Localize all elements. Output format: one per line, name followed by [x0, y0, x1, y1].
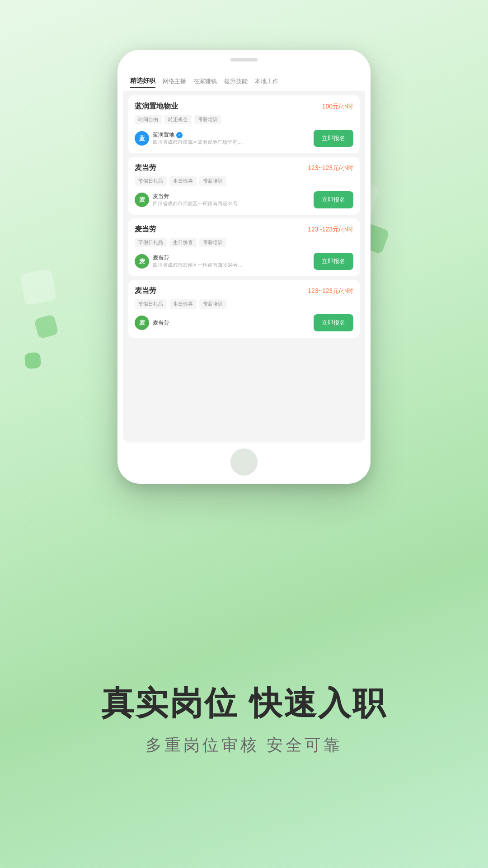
- tag-2-3: 带薪培训: [199, 176, 226, 186]
- job-footer-1: 蓝 蓝润置地 ✓ 四川省成都市双流区蓝润置地广场华府大… 立即报名: [135, 130, 353, 147]
- job-salary-4: 123~123元/小时: [308, 287, 353, 295]
- company-details-4: 麦当劳: [153, 319, 314, 327]
- job-footer-2: 麦 麦当劳 四川省成都市武侯区一环路南四段34号成… 立即报名: [135, 191, 353, 208]
- tag-4-2: 生日惊喜: [169, 299, 197, 309]
- job-salary-2: 123~123元/小时: [308, 164, 353, 172]
- company-name-row-2: 麦当劳: [153, 193, 314, 200]
- company-name-row-4: 麦当劳: [153, 319, 314, 327]
- company-avatar-3: 麦: [135, 254, 149, 269]
- company-name-row-1: 蓝润置地 ✓: [153, 131, 314, 139]
- job-salary-1: 100元/小时: [322, 103, 353, 111]
- company-avatar-4: 麦: [135, 316, 149, 330]
- company-avatar-1: 蓝: [135, 131, 149, 146]
- tag-2-2: 生日惊喜: [169, 176, 197, 186]
- job-salary-3: 123~123元/小时: [308, 226, 353, 234]
- apply-btn-2[interactable]: 立即报名: [314, 191, 353, 208]
- job-title-1: 蓝润置地物业: [135, 102, 178, 111]
- company-details-3: 麦当劳 四川省成都市武侯区一环路南四段34号成…: [153, 254, 314, 269]
- company-info-1: 蓝 蓝润置地 ✓ 四川省成都市双流区蓝润置地广场华府大…: [135, 131, 314, 146]
- company-details-1: 蓝润置地 ✓ 四川省成都市双流区蓝润置地广场华府大…: [153, 131, 314, 146]
- company-name-4: 麦当劳: [153, 319, 169, 327]
- job-header-1: 蓝润置地物业 100元/小时: [135, 102, 353, 111]
- tag-2-1: 节假日礼品: [135, 176, 167, 186]
- company-avatar-2: 麦: [135, 193, 149, 207]
- tab-local-work[interactable]: 本地工作: [255, 77, 278, 87]
- phone-container: 精选好职 网络主播 在家赚钱 提升技能 本地工作 蓝润置地物业 100元/小时 …: [117, 50, 371, 484]
- company-info-4: 麦 麦当劳: [135, 316, 314, 330]
- phone-home-button: [230, 448, 258, 476]
- company-address-1: 四川省成都市双流区蓝润置地广场华府大…: [153, 139, 243, 146]
- company-info-3: 麦 麦当劳 四川省成都市武侯区一环路南四段34号成…: [135, 254, 314, 269]
- job-card-1: 蓝润置地物业 100元/小时 时间自由 转正机会 带薪培训 蓝: [128, 95, 360, 153]
- bottom-section: 真实岗位 快速入职 多重岗位审核 安全可靠: [0, 542, 488, 868]
- company-details-2: 麦当劳 四川省成都市武侯区一环路南四段34号成…: [153, 193, 314, 207]
- apply-btn-1[interactable]: 立即报名: [314, 130, 353, 147]
- job-card-4: 麦当劳 123~123元/小时 节假日礼品 生日惊喜 带薪培训 麦: [128, 280, 360, 338]
- bg-decoration-5: [34, 314, 59, 339]
- job-title-2: 麦当劳: [135, 163, 156, 173]
- phone-screen: 精选好职 网络主播 在家赚钱 提升技能 本地工作 蓝润置地物业 100元/小时 …: [123, 71, 365, 443]
- phone-mockup: 精选好职 网络主播 在家赚钱 提升技能 本地工作 蓝润置地物业 100元/小时 …: [117, 50, 371, 484]
- tag-4-1: 节假日礼品: [135, 299, 167, 309]
- job-list: 蓝润置地物业 100元/小时 时间自由 转正机会 带薪培训 蓝: [123, 92, 365, 441]
- company-info-2: 麦 麦当劳 四川省成都市武侯区一环路南四段34号成…: [135, 193, 314, 207]
- job-tags-4: 节假日礼品 生日惊喜 带薪培训: [135, 299, 353, 309]
- job-card-2: 麦当劳 123~123元/小时 节假日礼品 生日惊喜 带薪培训 麦: [128, 157, 360, 215]
- apply-btn-4[interactable]: 立即报名: [314, 314, 353, 331]
- job-tags-3: 节假日礼品 生日惊喜 带薪培训: [135, 238, 353, 247]
- tag-1-1: 时间自由: [135, 115, 162, 124]
- tab-skills[interactable]: 提升技能: [224, 77, 248, 87]
- job-title-4: 麦当劳: [135, 286, 156, 296]
- company-address-3: 四川省成都市武侯区一环路南四段34号成…: [153, 262, 243, 269]
- tab-selected-jobs[interactable]: 精选好职: [130, 77, 155, 88]
- tag-4-3: 带薪培训: [199, 299, 226, 309]
- bg-decoration-4: [20, 269, 56, 305]
- job-header-4: 麦当劳 123~123元/小时: [135, 286, 353, 296]
- job-footer-3: 麦 麦当劳 四川省成都市武侯区一环路南四段34号成… 立即报名: [135, 253, 353, 270]
- tab-home-earn[interactable]: 在家赚钱: [193, 77, 217, 87]
- tag-3-3: 带薪培训: [199, 238, 226, 247]
- company-name-2: 麦当劳: [153, 193, 169, 200]
- tag-3-1: 节假日礼品: [135, 238, 167, 247]
- job-tags-1: 时间自由 转正机会 带薪培训: [135, 115, 353, 124]
- company-name-3: 麦当劳: [153, 254, 169, 262]
- job-tags-2: 节假日礼品 生日惊喜 带薪培训: [135, 176, 353, 186]
- phone-notch: [230, 58, 258, 61]
- job-header-3: 麦当劳 123~123元/小时: [135, 225, 353, 234]
- job-card-3: 麦当劳 123~123元/小时 节假日礼品 生日惊喜 带薪培训 麦: [128, 218, 360, 276]
- apply-btn-3[interactable]: 立即报名: [314, 253, 353, 270]
- tag-1-2: 转正机会: [164, 115, 192, 124]
- tab-bar: 精选好职 网络主播 在家赚钱 提升技能 本地工作: [123, 71, 365, 92]
- company-name-row-3: 麦当劳: [153, 254, 314, 262]
- tag-3-2: 生日惊喜: [169, 238, 197, 247]
- company-name-1: 蓝润置地: [153, 131, 174, 139]
- job-title-3: 麦当劳: [135, 225, 156, 234]
- job-footer-4: 麦 麦当劳 立即报名: [135, 314, 353, 331]
- job-header-2: 麦当劳 123~123元/小时: [135, 163, 353, 173]
- tab-anchor[interactable]: 网络主播: [163, 77, 186, 87]
- verified-icon-1: ✓: [176, 132, 183, 138]
- main-title: 真实岗位 快速入职: [101, 682, 387, 725]
- tag-1-3: 带薪培训: [194, 115, 221, 124]
- company-address-2: 四川省成都市武侯区一环路南四段34号成…: [153, 200, 243, 207]
- sub-title: 多重岗位审核 安全可靠: [145, 734, 343, 756]
- bg-decoration-6: [24, 352, 42, 369]
